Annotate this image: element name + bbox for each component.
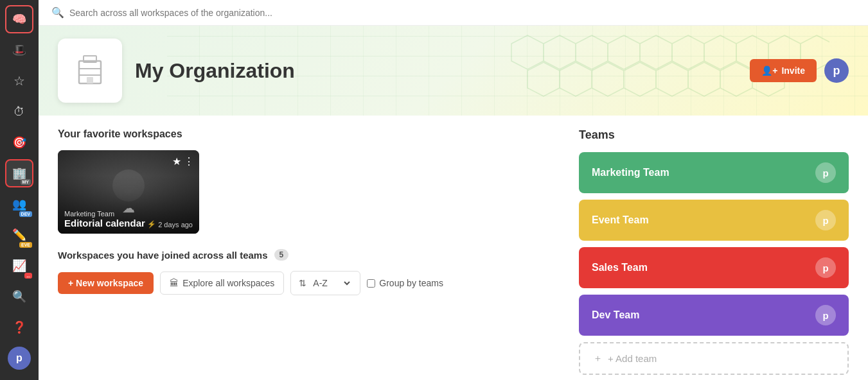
svg-rect-4: [87, 77, 93, 83]
group-by-teams-label[interactable]: Group by teams: [367, 278, 443, 288]
org-logo: [58, 39, 122, 103]
speedometer-icon: 🎯: [12, 135, 26, 150]
svg-marker-5: [511, 35, 544, 69]
card-menu-icon[interactable]: ⋮: [184, 155, 194, 168]
sidebar-item-hat[interactable]: 🎩: [5, 36, 33, 64]
svg-marker-8: [608, 35, 640, 69]
search-input[interactable]: [69, 8, 855, 18]
svg-marker-18: [624, 62, 656, 96]
sidebar-item-recent[interactable]: ⏱: [5, 98, 33, 126]
card-actions: ★ ⋮: [172, 155, 194, 168]
card-time: ⚡ 2 days ago: [147, 220, 193, 229]
sidebar-item-my-workspace[interactable]: 🏢 MY: [5, 159, 33, 187]
right-panel: Teams Marketing Team p Event Team p Sale…: [579, 128, 849, 375]
plus-icon: ＋: [593, 352, 603, 365]
team-item-dev[interactable]: Dev Team p: [579, 295, 849, 336]
event-team-avatar: p: [815, 210, 836, 230]
user-avatar-banner[interactable]: p: [824, 58, 849, 83]
sidebar-item-analytics[interactable]: 📈 ...: [5, 252, 33, 280]
dev-team-name: Dev Team: [592, 309, 639, 321]
svg-marker-6: [544, 35, 576, 69]
pen-icon: ✏️: [12, 228, 26, 242]
event-team-name: Event Team: [592, 214, 649, 226]
svg-marker-9: [640, 35, 672, 69]
sort-icon: ⇅: [299, 278, 306, 288]
marketing-team-name: Marketing Team: [592, 167, 669, 178]
explore-workspaces-button[interactable]: 🏛 Explore all workspaces: [160, 272, 284, 295]
org-title: My Organization: [135, 59, 295, 83]
favorites-title: Your favorite workspaces: [58, 128, 553, 140]
sales-team-avatar: p: [815, 257, 836, 278]
sidebar-item-edit[interactable]: ✏️ EVE: [5, 221, 33, 249]
sidebar-item-dashboard[interactable]: 🎯: [5, 128, 33, 157]
add-team-button[interactable]: ＋ + Add team: [579, 342, 849, 375]
joined-header: Workspaces you have joined across all te…: [58, 249, 553, 261]
svg-marker-11: [704, 35, 736, 69]
sidebar-item-home[interactable]: 🧠: [5, 5, 33, 33]
card-team: Marketing Team: [64, 210, 193, 218]
sales-team-name: Sales Team: [592, 262, 648, 273]
joined-title: Workspaces you have joined across all te…: [58, 250, 268, 261]
user-avatar-sidebar[interactable]: p: [8, 347, 31, 370]
sidebar-item-help[interactable]: ❓: [5, 313, 33, 341]
add-person-icon: 👤+: [761, 65, 777, 76]
my-badge: MY: [21, 179, 31, 185]
building-icon: 🏢: [12, 166, 26, 180]
team-item-event[interactable]: Event Team p: [579, 200, 849, 241]
compass-icon: 🏛: [170, 278, 179, 288]
building-logo-icon: [74, 55, 106, 87]
sort-dropdown-wrapper[interactable]: ⇅ A-Z Z-A Recent Oldest: [290, 271, 360, 295]
svg-marker-10: [672, 35, 704, 69]
group-by-teams-checkbox[interactable]: [367, 279, 375, 288]
teams-section-title: Teams: [579, 128, 849, 142]
svg-marker-7: [576, 35, 608, 69]
invite-button[interactable]: 👤+ Invite: [750, 59, 817, 82]
svg-marker-20: [688, 62, 720, 96]
search-bar: 🔍: [39, 0, 868, 26]
dev-badge: DEV: [19, 211, 32, 217]
clock-icon: ⏱: [13, 105, 25, 119]
bolt-icon: ⚡: [147, 220, 156, 229]
dev-team-avatar: p: [815, 305, 836, 325]
toolbar: + New workspace 🏛 Explore all workspaces…: [58, 271, 553, 295]
team-item-marketing[interactable]: Marketing Team p: [579, 152, 849, 193]
svg-marker-19: [656, 62, 688, 96]
chart-icon: 📈: [12, 259, 26, 273]
content-area: My Organization: [39, 26, 868, 380]
search-icon: 🔍: [12, 289, 26, 304]
svg-marker-21: [720, 62, 752, 96]
brain-icon: 🧠: [12, 12, 26, 26]
banner-actions: 👤+ Invite p: [750, 58, 849, 83]
workspace-card[interactable]: ★ ⋮ ☁ Marketing Team Editorial calendar …: [58, 150, 199, 234]
sidebar: 🧠 🎩 ☆ ⏱ 🎯 🏢 MY 👥 DEV ✏️ EVE 📈 ... 🔍 ❓ p: [0, 0, 39, 380]
sort-select[interactable]: A-Z Z-A Recent Oldest: [310, 277, 352, 289]
marketing-team-avatar: p: [815, 162, 836, 183]
help-icon: ❓: [12, 320, 26, 334]
joined-count: 5: [274, 249, 289, 261]
chart-badge: ...: [24, 273, 32, 279]
left-panel: Your favorite workspaces: [58, 128, 579, 375]
sidebar-item-search[interactable]: 🔍: [5, 282, 33, 311]
sidebar-item-people[interactable]: 👥 DEV: [5, 190, 33, 218]
people-icon: 👥: [12, 197, 26, 211]
svg-marker-15: [527, 62, 560, 96]
search-icon: 🔍: [51, 6, 64, 19]
body-layout: Your favorite workspaces: [39, 116, 868, 380]
team-item-sales[interactable]: Sales Team p: [579, 247, 849, 288]
svg-marker-17: [592, 62, 624, 96]
eve-badge: EVE: [19, 242, 32, 248]
star-icon: ☆: [13, 73, 25, 89]
hat-icon: 🎩: [12, 43, 26, 57]
org-banner: My Organization: [39, 26, 868, 116]
new-workspace-button[interactable]: + New workspace: [58, 272, 154, 294]
favorite-star-icon[interactable]: ★: [172, 155, 181, 168]
svg-marker-16: [560, 62, 592, 96]
sidebar-item-favorites[interactable]: ☆: [5, 67, 33, 95]
main-content: 🔍 My Organization: [39, 0, 868, 380]
